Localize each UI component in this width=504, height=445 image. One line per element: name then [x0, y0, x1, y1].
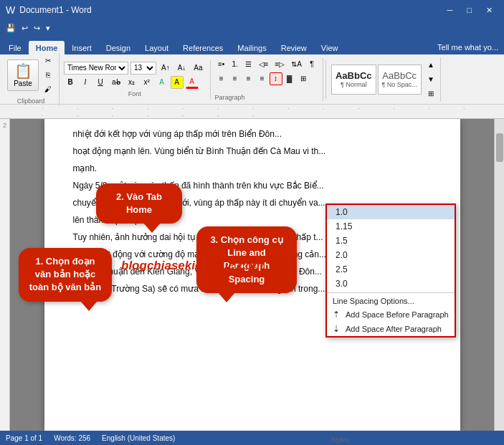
format-painter-button[interactable]: 🖌 [42, 83, 54, 96]
paste-button[interactable]: 📋 Paste [7, 59, 39, 91]
clipboard-actions: ✂ ⎘ 🖌 [42, 54, 54, 96]
tell-me[interactable]: Tell me what yo... [432, 40, 504, 54]
align-left-button[interactable]: ≡ [215, 72, 228, 85]
ls-option-115[interactable]: 1.15 [327, 219, 455, 234]
cut-button[interactable]: ✂ [42, 54, 54, 67]
maximize-button[interactable]: □ [461, 4, 477, 16]
paragraph-label: Paragraph [215, 94, 318, 101]
font-name-select[interactable]: Times New Roman [64, 62, 128, 75]
font-group: Times New Roman 13 A↑ A↓ Aa B I U ab̶ x₂… [60, 60, 211, 99]
ls-option-3[interactable]: 3.0 [327, 277, 455, 291]
background-area: nhiệt đới kết hợp với vùng áp thấp mới t… [10, 119, 494, 431]
language: English (United States) [102, 434, 175, 442]
multilevel-list-button[interactable]: ☰ [242, 58, 255, 71]
styles-scroll-up[interactable]: ▲ [424, 59, 437, 72]
clipboard-group: 📋 Paste ✂ ⎘ 🖌 Clipboard [3, 53, 60, 106]
document-area: 2 nhiệt đới kết hợp với vùng áp thấp mới… [0, 119, 504, 431]
tab-review[interactable]: Review [274, 41, 314, 54]
styles-scroll: ▲ ▼ ⊞ [424, 59, 437, 100]
vertical-scrollbar[interactable] [494, 119, 504, 431]
shading-button[interactable]: ▓ [283, 72, 296, 85]
style-no-space[interactable]: AaBbCc ¶ No Spac... [378, 64, 422, 95]
font-color-button[interactable]: A [186, 76, 199, 89]
tab-design[interactable]: Design [99, 41, 138, 54]
superscript-button[interactable]: x² [141, 76, 153, 89]
doc-para-2: hoạt động mạnh lên. Vùng biển từ Bình Th… [73, 145, 432, 158]
increase-indent-button[interactable]: ≡▷ [272, 58, 287, 71]
minimize-button[interactable]: ─ [442, 4, 459, 16]
align-right-button[interactable]: ≡ [242, 72, 255, 85]
numbering-button[interactable]: 1. [229, 58, 242, 71]
blog-watermark: blogchiasekienthuc.com [121, 259, 263, 273]
styles-label: Styles [331, 436, 349, 444]
ls-option-2[interactable]: 2.0 [327, 248, 455, 262]
decrease-font-button[interactable]: A↓ [175, 62, 189, 75]
bold-button[interactable]: B [64, 76, 77, 89]
doc-para-3: mạnh. [73, 162, 432, 175]
ruler: · · · · · · · · · · · · · · · · · · · · [0, 105, 504, 119]
ls-option-25[interactable]: 2.5 [327, 262, 455, 277]
status-bar: Page 1 of 1 Words: 256 English (United S… [0, 431, 504, 445]
title-bar: W Document1 - Word ─ □ ✕ [0, 0, 504, 20]
decrease-indent-button[interactable]: ◁≡ [256, 58, 272, 71]
strikethrough-button[interactable]: ab̶ [109, 76, 123, 89]
more-button[interactable]: ▾ [44, 24, 52, 33]
paragraph-group: ≡• 1. ☰ ◁≡ ≡▷ ⇅A ¶ ≡ ≡ ≡ ≡ ↕ ▓ ⊞ Paragra… [211, 58, 323, 101]
clear-format-button[interactable]: Aa [191, 62, 205, 75]
word-icon: W [6, 4, 15, 16]
line-spacing-dropdown: 1.0 1.15 1.5 2.0 2.5 3.0 Line Spacing Op… [325, 204, 456, 338]
tab-insert[interactable]: Insert [65, 41, 99, 54]
justify-button[interactable]: ≡ [256, 72, 269, 85]
ls-option-1[interactable]: 1.0 [327, 205, 455, 219]
document-title: Document1 - Word [19, 5, 91, 15]
sort-button[interactable]: ⇅A [288, 58, 305, 71]
ribbon: 📋 Paste ✂ ⎘ 🖌 Clipboard Times New Roman … [0, 54, 504, 105]
redo-button[interactable]: ↪ [32, 24, 42, 33]
underline-button[interactable]: U [94, 76, 107, 89]
subscript-button[interactable]: x₂ [125, 76, 138, 89]
styles-expand[interactable]: ⊞ [424, 87, 437, 100]
ls-option-after[interactable]: ⇣ Add Space After Paragraph [327, 322, 455, 336]
font-label: Font [128, 90, 141, 97]
save-button[interactable]: 💾 [4, 24, 17, 33]
line-spacing-button[interactable]: ↕ [270, 72, 282, 85]
style-normal[interactable]: AaBbCc ¶ Normal [331, 64, 376, 95]
quick-access-toolbar: 💾 ↩ ↪ ▾ [0, 20, 504, 36]
font-size-select[interactable]: 13 [130, 62, 156, 75]
scrollbar-thumb[interactable] [496, 133, 503, 162]
borders-button[interactable]: ⊞ [297, 72, 310, 85]
align-center-button[interactable]: ≡ [229, 72, 242, 85]
ls-option-before[interactable]: ⇡ Add Space Before Paragraph [327, 307, 455, 322]
ribbon-tabs: File Home Insert Design Layout Reference… [0, 36, 504, 54]
doc-para-1: nhiệt đới kết hợp với vùng áp thấp mới t… [73, 128, 432, 140]
italic-button[interactable]: I [79, 76, 92, 89]
annotation-bubble-1: 1. Chọn đoạn văn bản hoặc toàn bộ văn bả… [19, 248, 112, 302]
clipboard-label: Clipboard [17, 97, 45, 105]
text-effects-button[interactable]: A [156, 76, 168, 89]
copy-button[interactable]: ⎘ [42, 69, 54, 82]
tab-view[interactable]: View [314, 41, 346, 54]
tab-references[interactable]: References [176, 41, 230, 54]
close-button[interactable]: ✕ [480, 4, 498, 16]
undo-button[interactable]: ↩ [20, 24, 29, 33]
text-highlight-button[interactable]: A [171, 76, 184, 89]
tab-mailings[interactable]: Mailings [230, 41, 273, 54]
ls-divider [327, 292, 455, 293]
bullets-button[interactable]: ≡• [215, 58, 228, 71]
show-formatting-button[interactable]: ¶ [305, 58, 318, 71]
paste-icon: 📋 [14, 62, 32, 80]
annotation-bubble-2: 2. Vào Tab Home [96, 183, 182, 224]
ls-option-options[interactable]: Line Spacing Options... [327, 295, 455, 307]
margin-bar: 2 [0, 119, 10, 431]
ribbon-separator-1 [325, 60, 326, 99]
word-count: Words: 256 [54, 434, 90, 442]
tab-layout[interactable]: Layout [138, 41, 176, 54]
styles-scroll-down[interactable]: ▼ [424, 73, 437, 86]
page-count: Page 1 of 1 [6, 434, 42, 442]
ls-option-15[interactable]: 1.5 [327, 234, 455, 248]
increase-font-button[interactable]: A↑ [158, 62, 173, 75]
styles-group: AaBbCc ¶ Normal AaBbCc ¶ No Spac... ▲ ▼ … [328, 57, 441, 102]
